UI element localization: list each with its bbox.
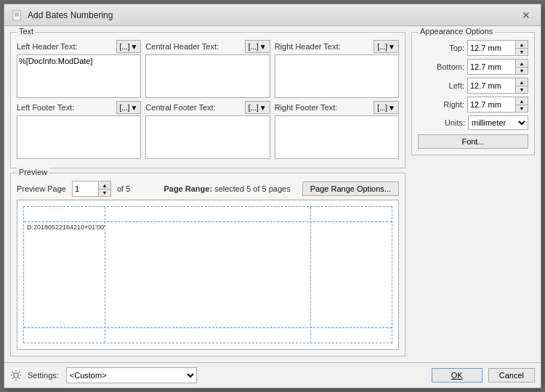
cancel-button[interactable]: Cancel [488,368,535,383]
left-footer-label-row: Left Footer Text: [...] ▼ [17,101,141,114]
left-up[interactable]: ▲ [516,78,528,86]
right-header-label-row: Right Header Text: [...] ▼ [275,40,399,53]
bottom-down[interactable]: ▼ [516,67,528,74]
preview-canvas: D:20180522164210+01'00' [17,200,399,350]
central-header-group: Central Header Text: [...] ▼ [145,40,270,98]
bottom-input[interactable] [468,60,515,74]
right-down[interactable]: ▼ [516,105,528,112]
preview-page-wrapper: ▲ ▼ [72,181,111,197]
right-header-insert-btn[interactable]: [...] ▼ [374,40,399,53]
central-footer-input[interactable] [145,115,270,159]
footer-row: Left Footer Text: [...] ▼ Central Footer… [17,101,399,159]
page-range-label: Page Range: [164,184,212,193]
preview-page-up[interactable]: ▲ [99,181,110,189]
right-spinners: ▲ ▼ [515,97,528,112]
left-header-input[interactable] [17,54,141,98]
dialog-body: Text Left Header Text: [...] ▼ [4,26,541,362]
bottom-up[interactable]: ▲ [516,60,528,67]
left-footer-input[interactable] [17,115,141,159]
central-header-input[interactable] [145,54,270,98]
page-range-value: selected 5 of 5 pages [214,184,291,193]
right-panel: Appearance Options Top: ▲ ▼ Bottom: [411,32,535,356]
font-button[interactable]: Font... [418,134,528,149]
settings-label: Settings: [28,371,59,380]
settings-gear-icon [10,369,22,381]
preview-border: D:20180522164210+01'00' [23,206,392,343]
left-input[interactable] [468,78,515,93]
close-button[interactable]: ✕ [519,8,533,23]
left-row: Left: ▲ ▼ [418,78,528,94]
page-range-options-button[interactable]: Page Range Options... [302,181,399,196]
left-footer-group: Left Footer Text: [...] ▼ [17,101,141,159]
left-header-label: Left Header Text: [17,42,78,51]
preview-page-spinners: ▲ ▼ [98,181,110,196]
preview-page-input[interactable] [73,181,98,196]
central-footer-group: Central Footer Text: [...] ▼ [145,101,270,159]
right-header-group: Right Header Text: [...] ▼ [275,40,399,98]
header-row: Left Header Text: [...] ▼ Central Header… [17,40,399,98]
dialog-icon [12,9,23,21]
preview-page-label: Preview Page [17,184,66,193]
title-bar-left: Add Bates Numbering [12,9,113,21]
bottom-spinners: ▲ ▼ [515,60,528,74]
left-footer-label: Left Footer Text: [17,103,74,112]
preview-right-line [310,207,311,343]
left-footer-insert-btn[interactable]: [...] ▼ [116,101,142,114]
left-header-group: Left Header Text: [...] ▼ [17,40,141,98]
text-fields: Left Header Text: [...] ▼ Central Header… [17,40,399,159]
central-footer-label-row: Central Footer Text: [...] ▼ [145,101,270,114]
preview-header-line [24,221,392,222]
dialog-title: Add Bates Numbering [28,10,113,20]
left-panel: Text Left Header Text: [...] ▼ [10,32,405,356]
preview-of-label: of 5 [117,184,130,193]
left-input-wrapper: ▲ ▼ [467,78,528,94]
page-range-info: Page Range: selected 5 of 5 pages [164,184,290,193]
units-select[interactable]: millimeter centimeter inch point [468,115,528,130]
top-down[interactable]: ▼ [516,48,528,55]
right-footer-group: Right Footer Text: [...] ▼ [275,101,399,159]
right-input[interactable] [468,97,515,112]
central-header-insert-btn[interactable]: [...] ▼ [245,40,270,53]
preview-footer-line [24,327,392,328]
right-input-wrapper: ▲ ▼ [467,97,528,113]
central-footer-insert-btn[interactable]: [...] ▼ [245,101,270,114]
right-footer-input[interactable] [275,115,399,159]
right-footer-insert-btn[interactable]: [...] ▼ [374,101,399,114]
left-header-insert-btn[interactable]: [...] ▼ [116,40,142,53]
ok-button[interactable]: OK [432,368,483,383]
bottom-input-wrapper: ▲ ▼ [467,59,528,75]
preview-content-text: D:20180522164210+01'00' [27,224,105,231]
left-label: Left: [432,81,464,90]
top-input-wrapper: ▲ ▼ [467,40,528,56]
right-footer-label: Right Footer Text: [275,103,338,112]
appearance-section: Appearance Options Top: ▲ ▼ Bottom: [411,32,535,155]
right-up[interactable]: ▲ [516,97,528,105]
units-row: Units: millimeter centimeter inch point [418,115,528,130]
title-bar: Add Bates Numbering ✕ [4,4,541,26]
text-section-label: Text [17,27,36,36]
preview-controls: Preview Page ▲ ▼ of 5 Page Range: select… [17,181,399,197]
right-footer-label-row: Right Footer Text: [...] ▼ [275,101,399,114]
add-bates-dialog: Add Bates Numbering ✕ Text Left Header T… [4,4,541,388]
left-header-label-row: Left Header Text: [...] ▼ [17,40,141,53]
top-row: Top: ▲ ▼ [418,40,528,56]
settings-select[interactable]: <Custom> [66,367,197,383]
bottom-label: Bottom: [432,62,464,71]
svg-point-4 [14,373,18,377]
bottom-row: Bottom: ▲ ▼ [418,59,528,75]
central-header-label: Central Header Text: [145,42,219,51]
dialog-footer: Settings: <Custom> OK Cancel [4,362,541,388]
central-header-label-row: Central Header Text: [...] ▼ [145,40,270,53]
text-section: Text Left Header Text: [...] ▼ [10,32,405,168]
top-input[interactable] [468,41,515,55]
preview-page-down[interactable]: ▼ [99,189,110,196]
preview-section-label: Preview [17,168,49,176]
left-down[interactable]: ▼ [516,86,528,93]
right-header-input[interactable] [275,54,399,98]
units-label: Units: [445,118,465,127]
appearance-label: Appearance Options [418,27,495,36]
left-spinners: ▲ ▼ [515,78,528,93]
preview-section: Preview Preview Page ▲ ▼ of 5 Page Range… [10,173,405,356]
top-up[interactable]: ▲ [516,41,528,48]
central-footer-label: Central Footer Text: [145,103,215,112]
